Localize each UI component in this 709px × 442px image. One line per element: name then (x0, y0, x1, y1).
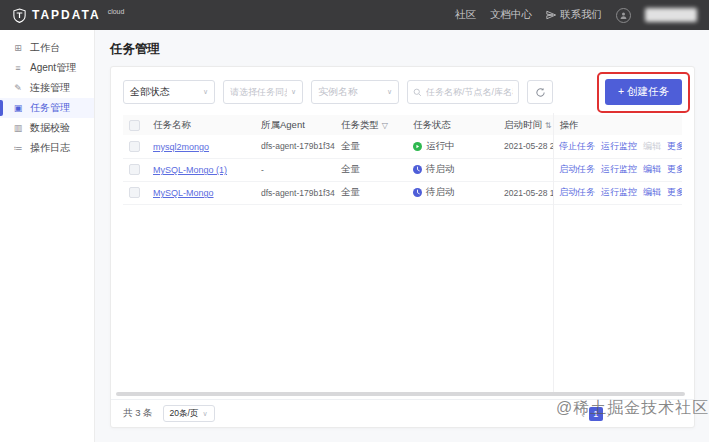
nav-link-docs[interactable]: 文档中心 (490, 8, 532, 22)
total-count: 共 3 条 (123, 407, 153, 420)
cell-type: 全量 (335, 135, 407, 158)
more-link[interactable]: 更多 (667, 163, 682, 176)
page-title: 任务管理 (110, 41, 160, 58)
next-page-button[interactable]: › (607, 409, 610, 420)
refresh-button[interactable] (527, 80, 553, 104)
run-monitor-link[interactable]: 运行监控 (601, 163, 637, 176)
chevron-down-icon: ∨ (287, 88, 296, 96)
cell-status: 待启动 (407, 181, 498, 204)
task-icon: ▣ (13, 103, 23, 113)
edit-link: 编辑 (643, 140, 661, 153)
cell-status: 运行中 (407, 135, 498, 158)
sidebar-item-logs[interactable]: ≔ 操作日志 (0, 138, 94, 158)
cell-type: 全量 (335, 181, 407, 204)
row-checkbox[interactable] (129, 164, 140, 175)
table-footer: 共 3 条 20条/页 ∨ ‹ 1 › (111, 399, 694, 427)
paper-plane-icon (546, 10, 556, 20)
connection-icon: ✎ (13, 83, 23, 93)
agent-icon: ≡ (13, 63, 23, 73)
status-running-icon (413, 142, 422, 151)
table-header-row: 任务名称 所属Agent 任务类型 ▽ 任务状态 启动时间 ⇅ 操作 (123, 115, 682, 135)
col-header-type: 任务类型 ▽ (335, 115, 407, 135)
current-page-button[interactable]: 1 (589, 407, 603, 421)
filter-bar: 全部状态 ∨ 请选择任务同步类型 ∨ 实例名称 ∨ (123, 79, 682, 105)
search-icon (413, 88, 422, 97)
status-pending-icon (413, 188, 422, 197)
refresh-icon (535, 87, 546, 98)
start-task-link[interactable]: 启动任务 (559, 186, 595, 199)
cell-start-time: 2021-05-28 21:53:3 (498, 135, 553, 158)
user-avatar[interactable] (616, 8, 631, 23)
task-table: 任务名称 所属Agent 任务类型 ▽ 任务状态 启动时间 ⇅ 操作 (123, 115, 682, 205)
brand-logo[interactable]: TAPDATA cloud (12, 8, 124, 23)
cell-agent: - (255, 158, 335, 181)
start-task-link[interactable]: 启动任务 (559, 163, 595, 176)
nav-link-community[interactable]: 社区 (455, 8, 476, 22)
task-name-link[interactable]: MySQL-Mongo (153, 188, 214, 198)
page-size-select[interactable]: 20条/页 ∨ (163, 405, 215, 422)
sidebar-item-validation[interactable]: ▥ 数据校验 (0, 118, 94, 138)
col-header-time: 启动时间 ⇅ (498, 115, 553, 135)
chevron-down-icon: ∨ (383, 88, 392, 96)
username-redacted (645, 8, 697, 22)
status-pending-icon (413, 165, 422, 174)
create-task-button[interactable]: + 创建任务 (605, 79, 682, 105)
chevron-down-icon: ∨ (199, 88, 208, 96)
sync-type-filter-select[interactable]: 请选择任务同步类型 ∨ (223, 80, 303, 104)
pagination: ‹ 1 › (581, 407, 610, 421)
workbench-icon: ⊞ (13, 43, 23, 53)
validation-icon: ▥ (13, 123, 23, 133)
table-row: MySQL-Mongo dfs-agent-179b1f345ed 全量 待启动 (123, 181, 682, 204)
task-search-box (407, 80, 519, 104)
log-icon: ≔ (13, 143, 23, 153)
run-monitor-link[interactable]: 运行监控 (601, 186, 637, 199)
task-name-link[interactable]: MySQL-Mongo (1) (153, 165, 227, 175)
col-header-actions: 操作 (553, 115, 682, 135)
instance-filter-select[interactable]: 实例名称 ∨ (311, 80, 399, 104)
sidebar-item-tasks[interactable]: ▣ 任务管理 (0, 98, 94, 118)
cell-start-time: 2021-05-28 17:03:5 (498, 181, 553, 204)
sidebar-item-workbench[interactable]: ⊞ 工作台 (0, 38, 94, 58)
chevron-down-icon: ∨ (198, 410, 207, 418)
cell-agent: dfs-agent-179b1f345ed (255, 181, 335, 204)
sort-icon[interactable]: ⇅ (545, 121, 552, 130)
sidebar-item-agent[interactable]: ≡ Agent管理 (0, 58, 94, 78)
task-panel: 全部状态 ∨ 请选择任务同步类型 ∨ 实例名称 ∨ (110, 66, 695, 428)
sidebar-nav: ⊞ 工作台 ≡ Agent管理 ✎ 连接管理 ▣ 任务管理 ▥ 数据校验 ≔ 操… (0, 30, 95, 442)
cell-actions: 启动任务 运行监控 编辑 更多 ∨ (553, 181, 682, 204)
task-name-link[interactable]: mysql2mongo (153, 142, 209, 152)
status-filter-select[interactable]: 全部状态 ∨ (123, 80, 215, 104)
search-input[interactable] (426, 87, 513, 97)
horizontal-scrollbar[interactable] (116, 392, 685, 396)
nav-link-contact[interactable]: 联系我们 (546, 8, 602, 22)
filter-funnel-icon[interactable]: ▽ (382, 121, 388, 130)
table-row: mysql2mongo dfs-agent-179b1f345ed 全量 运行中 (123, 135, 682, 158)
cell-actions: 启动任务 运行监控 编辑 更多 ∨ (553, 158, 682, 181)
col-header-agent: 所属Agent (255, 115, 335, 135)
select-all-checkbox[interactable] (129, 120, 140, 131)
stop-task-link[interactable]: 停止任务 (559, 140, 595, 153)
edit-link[interactable]: 编辑 (643, 186, 661, 199)
sidebar-item-connections[interactable]: ✎ 连接管理 (0, 78, 94, 98)
tapdata-shield-icon (12, 8, 27, 23)
prev-page-button[interactable]: ‹ (581, 409, 584, 420)
run-monitor-link[interactable]: 运行监控 (601, 140, 637, 153)
col-header-status: 任务状态 (407, 115, 498, 135)
cell-start-time (498, 158, 553, 181)
cell-status: 待启动 (407, 158, 498, 181)
cell-agent: dfs-agent-179b1f345ed (255, 135, 335, 158)
main-content: 任务管理 全部状态 ∨ 请选择任务同步类型 ∨ 实例名称 ∨ (95, 30, 709, 442)
brand-cloud-sup: cloud (108, 8, 125, 15)
brand-name: TAPDATA (32, 8, 101, 22)
more-link[interactable]: 更多 (667, 140, 682, 153)
row-checkbox[interactable] (129, 141, 140, 152)
row-checkbox[interactable] (129, 187, 140, 198)
col-header-name: 任务名称 (147, 115, 255, 135)
table-row: MySQL-Mongo (1) - 全量 待启动 (123, 158, 682, 181)
top-navbar: TAPDATA cloud 社区 文档中心 联系我们 (0, 0, 709, 30)
more-link[interactable]: 更多 (667, 186, 682, 199)
edit-link[interactable]: 编辑 (643, 163, 661, 176)
cell-actions: 停止任务 运行监控 编辑 更多 ∨ (553, 135, 682, 158)
cell-type: 全量 (335, 158, 407, 181)
